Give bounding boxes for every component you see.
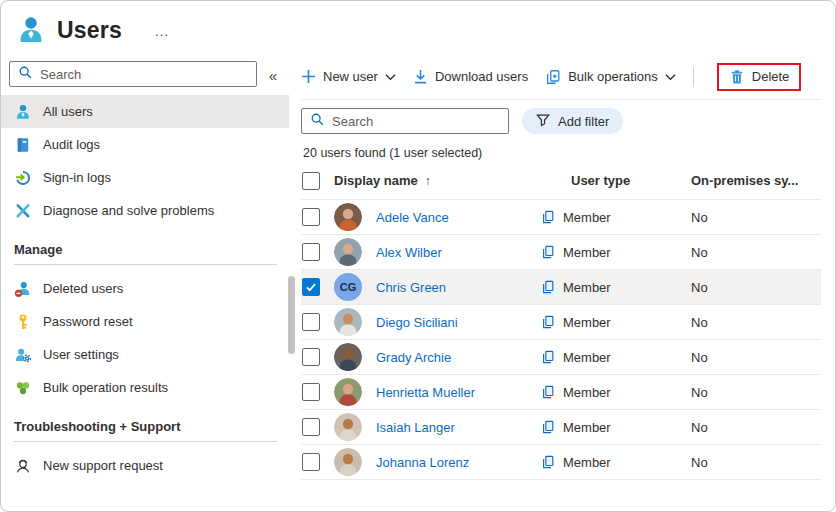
user-name-link[interactable]: Diego Siciliani (376, 315, 458, 330)
display-name-cell: Adele Vance (376, 210, 541, 225)
user-type-cell: Member (541, 210, 691, 225)
collapse-sidebar-button[interactable]: « (257, 65, 283, 84)
display-name-cell: Diego Siciliani (376, 315, 541, 330)
sidebar-item-deleted-users[interactable]: Deleted users (1, 272, 289, 305)
sidebar-search-input[interactable] (40, 67, 248, 82)
tools-icon (14, 202, 32, 220)
new-user-label: New user (323, 69, 378, 84)
sidebar-item-all-users[interactable]: All users (1, 95, 289, 128)
user-type-value: Member (563, 455, 611, 470)
column-on-premises[interactable]: On-premises sy... (691, 173, 821, 188)
user-name-link[interactable]: Alex Wilber (376, 245, 442, 260)
sidebar-item-password-reset[interactable]: Password reset (1, 305, 289, 338)
sidebar-item-sign-in-logs[interactable]: Sign-in logs (1, 161, 289, 194)
avatar (334, 343, 362, 371)
avatar (334, 448, 362, 476)
signin-icon (14, 169, 32, 187)
table-row-diego-siciliani: Diego SicilianiMemberNo (301, 305, 821, 340)
page-title: Users (57, 17, 122, 44)
toolbar-divider (693, 67, 694, 87)
copy-icon[interactable] (541, 280, 555, 294)
sidebar-scrollbar[interactable] (288, 88, 295, 493)
display-name-cell: Isaiah Langer (376, 420, 541, 435)
delete-label: Delete (752, 69, 790, 84)
search-icon (18, 65, 33, 84)
main-content: New user Download users Bulk operations (289, 50, 835, 500)
user-type-value: Member (563, 210, 611, 225)
person-gear-icon (14, 346, 32, 364)
table-row-isaiah-langer: Isaiah LangerMemberNo (301, 410, 821, 445)
row-checkbox[interactable] (302, 383, 320, 401)
row-checkbox[interactable] (302, 278, 320, 296)
user-type-cell: Member (541, 350, 691, 365)
row-checkbox[interactable] (302, 453, 320, 471)
users-search-input[interactable] (332, 114, 500, 129)
search-icon (310, 112, 325, 131)
sidebar-item-audit-logs[interactable]: Audit logs (1, 128, 289, 161)
display-name-cell: Henrietta Mueller (376, 385, 541, 400)
row-checkbox[interactable] (302, 313, 320, 331)
row-checkbox[interactable] (302, 208, 320, 226)
user-name-link[interactable]: Henrietta Mueller (376, 385, 475, 400)
sidebar-section-title-troubleshooting-support: Troubleshooting + Support (1, 404, 289, 441)
user-name-link[interactable]: Isaiah Langer (376, 420, 455, 435)
sidebar-item-label: Diagnose and solve problems (43, 203, 214, 218)
page-container: Users … « All usersAudit logsSign-in log… (0, 0, 836, 512)
table-row-johanna-lorenz: Johanna LorenzMemberNo (301, 445, 821, 480)
avatar (334, 378, 362, 406)
copy-icon[interactable] (541, 350, 555, 364)
sidebar-item-user-settings[interactable]: User settings (1, 338, 289, 371)
sort-ascending-icon: ↑ (425, 174, 431, 188)
download-users-label: Download users (435, 69, 528, 84)
download-users-button[interactable]: Download users (413, 69, 528, 84)
on-premises-cell: No (691, 280, 821, 295)
user-name-link[interactable]: Grady Archie (376, 350, 451, 365)
copy-icon[interactable] (541, 420, 555, 434)
delete-button[interactable]: Delete (729, 69, 790, 85)
select-all-checkbox[interactable] (302, 172, 320, 190)
column-user-type[interactable]: User type (541, 173, 691, 188)
section-divider (14, 264, 277, 265)
row-checkbox[interactable] (302, 348, 320, 366)
sidebar-search (9, 61, 257, 87)
user-type-cell: Member (541, 385, 691, 400)
toolbar: New user Download users Bulk operations (301, 61, 821, 100)
book-icon (14, 136, 32, 154)
scrollbar-thumb[interactable] (288, 276, 295, 354)
sidebar-item-bulk-operation-results[interactable]: Bulk operation results (1, 371, 289, 404)
sidebar-item-label: All users (43, 104, 93, 119)
page-body: « All usersAudit logsSign-in logsDiagnos… (1, 50, 835, 500)
plus-icon (301, 69, 316, 84)
row-checkbox[interactable] (302, 243, 320, 261)
sidebar-item-diagnose-and-solve-problems[interactable]: Diagnose and solve problems (1, 194, 289, 227)
user-type-cell: Member (541, 455, 691, 470)
add-filter-button[interactable]: Add filter (522, 108, 623, 134)
users-search (301, 108, 509, 134)
avatar (334, 413, 362, 441)
copy-icon[interactable] (541, 245, 555, 259)
on-premises-cell: No (691, 420, 821, 435)
user-type-cell: Member (541, 315, 691, 330)
copy-icon[interactable] (541, 315, 555, 329)
user-name-link[interactable]: Chris Green (376, 280, 446, 295)
display-name-header-label: Display name (334, 173, 418, 188)
more-options-button[interactable]: … (150, 22, 174, 39)
user-type-cell: Member (541, 280, 691, 295)
users-icon (15, 14, 47, 46)
new-user-button[interactable]: New user (301, 69, 396, 84)
users-table: Adele VanceMemberNoAlex WilberMemberNoCG… (301, 200, 821, 480)
on-premises-cell: No (691, 455, 821, 470)
copy-icon[interactable] (541, 455, 555, 469)
bulk-operations-label: Bulk operations (568, 69, 658, 84)
column-display-name[interactable]: Display name ↑ (334, 173, 541, 188)
sidebar-item-new-support-request[interactable]: New support request (1, 449, 289, 482)
copy-icon[interactable] (541, 210, 555, 224)
bulk-operations-button[interactable]: Bulk operations (545, 69, 676, 85)
key-icon (14, 313, 32, 331)
user-name-link[interactable]: Adele Vance (376, 210, 449, 225)
avatar (334, 308, 362, 336)
user-name-link[interactable]: Johanna Lorenz (376, 455, 469, 470)
sidebar-item-label: User settings (43, 347, 119, 362)
copy-icon[interactable] (541, 385, 555, 399)
row-checkbox[interactable] (302, 418, 320, 436)
